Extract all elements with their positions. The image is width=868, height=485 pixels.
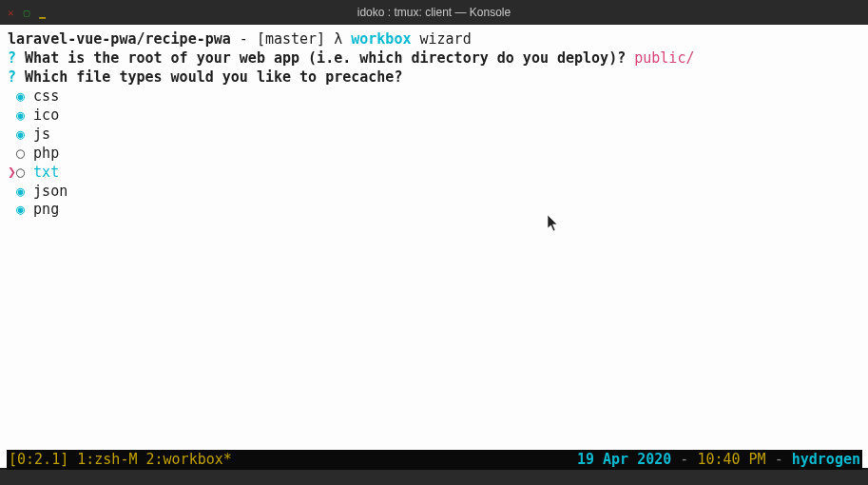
option-label: json [33,183,68,200]
maximize-icon[interactable]: ▢ [24,8,30,18]
prompt-branch: [master] [257,30,325,48]
question-text: What is the root of your web app (i.e. w… [25,49,626,67]
window-bottom-frame [0,470,868,485]
statusbar-left: [0:2.1] 1:zsh-M 2:workbox* [9,450,232,470]
option-label: php [33,145,59,162]
option-label: txt [33,164,59,181]
statusbar-right: 19 Apr 2020 - 10:40 PM - hydrogen [577,450,860,470]
option-label: ico [33,107,59,124]
question-2: ? Which file types would you like to pre… [8,68,860,87]
question-marker: ? [8,49,16,67]
radio-selected-icon: ◉ [16,87,25,107]
window-controls: ✕ ▢ ▁ [0,8,46,18]
close-icon[interactable]: ✕ [8,8,14,18]
option-ico[interactable]: ◉ ico [8,107,860,126]
question-1: ? What is the root of your web app (i.e.… [8,49,860,68]
window-2[interactable]: 2:workbox* [146,451,232,468]
command: workbox [351,30,411,48]
status-separator: - [766,451,792,468]
option-label: css [33,87,59,105]
answer-text: public/ [634,49,694,67]
option-json[interactable]: ◉ json [8,183,860,202]
option-label: png [33,201,59,218]
status-separator: - [671,451,697,468]
terminal-pane[interactable]: laravel-vue-pwa/recipe-pwa - [master] λ … [0,25,868,468]
status-time: 10:40 PM [697,451,765,468]
command-args: wizard [420,30,472,48]
question-text: Which file types would you like to preca… [25,68,402,86]
cursor-chevron-icon: ❯ [8,164,16,181]
window-1[interactable]: 1:zsh-M [77,451,137,468]
question-marker: ? [8,68,16,86]
status-host: hydrogen [792,451,860,468]
tmux-statusbar: [0:2.1] 1:zsh-M 2:workbox* 19 Apr 2020 -… [7,450,862,470]
option-txt[interactable]: ❯◯ txt [8,164,860,183]
session-id: [0:2.1] [9,451,68,468]
radio-selected-icon: ◉ [16,126,25,145]
status-date: 19 Apr 2020 [577,451,671,468]
window-titlebar: ✕ ▢ ▁ idoko : tmux: client — Konsole [0,0,868,25]
option-js[interactable]: ◉ js [8,126,860,145]
radio-selected-icon: ◉ [16,183,25,202]
prompt-path: laravel-vue-pwa/recipe-pwa [8,30,231,48]
radio-unselected-icon: ◯ [16,145,25,164]
option-label: js [33,126,50,143]
prompt-line: laravel-vue-pwa/recipe-pwa - [master] λ … [8,30,860,49]
radio-selected-icon: ◉ [16,107,25,126]
prompt-symbol: λ [334,30,342,48]
option-png[interactable]: ◉ png [8,201,860,220]
option-php[interactable]: ◯ php [8,145,860,164]
window-title: idoko : tmux: client — Konsole [0,6,868,19]
radio-unselected-icon: ◯ [16,164,25,183]
radio-selected-icon: ◉ [16,201,25,220]
minimize-icon[interactable]: ▁ [39,8,46,18]
option-css[interactable]: ◉ css [8,87,860,107]
